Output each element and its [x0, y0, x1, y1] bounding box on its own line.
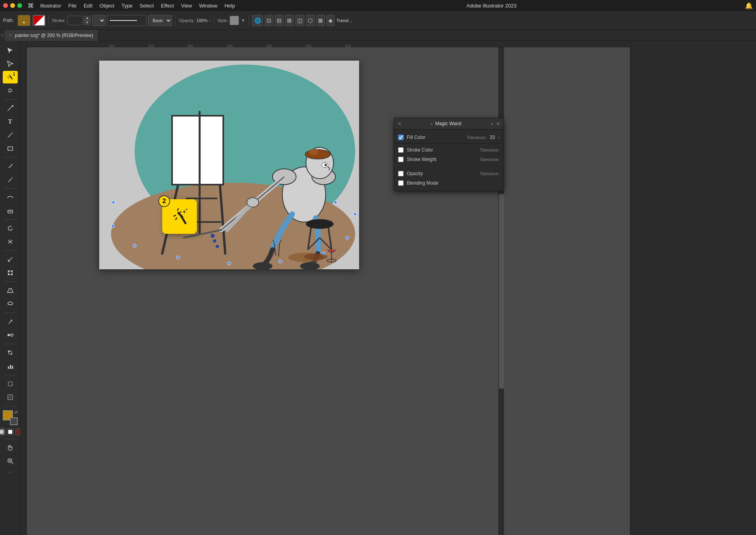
svg-rect-7	[8, 270, 9, 272]
menu-edit[interactable]: Edit	[80, 2, 95, 9]
close-button[interactable]	[3, 3, 8, 8]
menu-object[interactable]: Object	[96, 2, 118, 9]
panel-collapse-btn[interactable]: «	[491, 121, 493, 126]
arrange-btn3[interactable]: ⊞	[285, 15, 294, 26]
fill-color-row: Fill Color Tolerance: 20 ›	[394, 133, 504, 144]
graph-tool[interactable]	[3, 360, 18, 372]
pen-tool[interactable]	[3, 102, 18, 115]
stroke-weight-input[interactable]	[67, 16, 83, 25]
opacity-checkbox[interactable]	[398, 171, 404, 176]
eraser-tool[interactable]	[3, 204, 18, 217]
scale-tool[interactable]	[3, 253, 18, 266]
blending-mode-label: Blending Mode	[407, 180, 500, 186]
menu-select[interactable]: Select	[137, 2, 157, 9]
canvas-area: 200 250 300 350 400 450 500	[20, 41, 630, 535]
menu-type[interactable]: Type	[118, 2, 135, 9]
style-arrow[interactable]: ▼	[241, 18, 245, 23]
arrange-btn2[interactable]: ⊟	[275, 15, 284, 26]
menu-effect[interactable]: Effect	[158, 2, 177, 9]
tab-bar-collapse[interactable]: «	[0, 33, 5, 37]
svg-rect-28	[8, 430, 12, 434]
wand-tooltip-card: 2	[162, 199, 197, 234]
swap-colors-btn[interactable]: ⇌	[15, 410, 18, 414]
svg-point-14	[11, 334, 13, 336]
free-transform-tool[interactable]	[3, 267, 18, 279]
stroke-up-btn[interactable]: ▲	[84, 16, 91, 20]
perspective-tool[interactable]	[3, 284, 18, 297]
opacity-expand-btn[interactable]: ›	[209, 18, 211, 23]
minimize-button[interactable]	[10, 3, 15, 8]
arrange-btn5[interactable]: ⬡	[306, 15, 315, 26]
stroke-weight-checkbox[interactable]	[398, 157, 404, 162]
stroke-color-checkbox[interactable]	[398, 147, 404, 153]
tool-divider-9	[4, 375, 17, 375]
stroke-color-btn[interactable]	[33, 15, 45, 26]
pencil-tool[interactable]	[3, 173, 18, 186]
svg-point-46	[334, 201, 337, 204]
svg-point-48	[112, 201, 115, 204]
menu-window[interactable]: Window	[196, 2, 220, 9]
svg-point-80	[304, 254, 328, 260]
blending-mode-checkbox[interactable]	[398, 180, 404, 186]
menu-view[interactable]: View	[178, 2, 195, 9]
tab-close-btn[interactable]: ×	[9, 33, 12, 37]
stroke-dropdown[interactable]	[92, 15, 106, 26]
toolbar: Path ▼ Stroke: ▲ ▼ Basic Opacity: 100% ›…	[0, 11, 756, 30]
mirror-tool[interactable]	[3, 235, 18, 248]
rotate-tool[interactable]	[3, 222, 18, 235]
lasso-tool[interactable]	[3, 84, 18, 97]
arrange-btn4[interactable]: ◫	[295, 15, 304, 26]
menu-illustrator[interactable]: Illustrator	[37, 2, 64, 9]
panel-menu-btn[interactable]: ≡	[497, 120, 500, 127]
more-tools-btn[interactable]: ···	[3, 468, 18, 476]
opacity-label-panel: Opacity	[407, 171, 476, 176]
scrollbar-thumb[interactable]	[499, 194, 504, 389]
hand-tool[interactable]	[3, 441, 18, 454]
color-mode-solid[interactable]	[0, 428, 5, 435]
rectangle-tool[interactable]	[3, 142, 18, 155]
magic-wand-tool[interactable]: 1	[3, 71, 18, 83]
document-tab[interactable]: × painter.svg* @ 200 % (RGB/Preview)	[5, 30, 98, 41]
eyedropper-tool[interactable]	[3, 315, 18, 328]
fill-color-checkbox[interactable]	[398, 135, 404, 140]
opacity-value: 100%	[196, 18, 208, 23]
warp-tool[interactable]	[3, 298, 18, 310]
fill-color-swatch[interactable]: ▼	[18, 15, 30, 26]
panel-header: × ≡ Magic Wand « ≡	[394, 118, 504, 130]
menu-file[interactable]: File	[65, 2, 80, 9]
menu-help[interactable]: Help	[221, 2, 238, 9]
maximize-button[interactable]	[17, 3, 22, 8]
arrange-btn1[interactable]: ⊡	[265, 15, 273, 26]
selection-tool[interactable]	[3, 44, 18, 57]
opacity-tol-label: Tolerance:	[480, 171, 500, 176]
style-swatch[interactable]	[230, 16, 239, 25]
color-mode-gradient[interactable]	[7, 428, 14, 435]
type-tool[interactable]: T	[3, 115, 18, 128]
fill-tolerance-value: 20	[490, 135, 495, 140]
smooth-tool[interactable]	[3, 191, 18, 204]
panel-close-btn[interactable]: ×	[398, 120, 401, 127]
globe-btn[interactable]: 🌐	[252, 15, 263, 26]
line-segment-tool[interactable]	[3, 129, 18, 141]
symbol-tool[interactable]	[3, 346, 18, 359]
paintbrush-tool[interactable]	[3, 160, 18, 172]
zoom-tool[interactable]	[3, 455, 18, 467]
tool-divider-3	[4, 188, 17, 189]
direct-selection-tool[interactable]	[3, 57, 18, 70]
notification-icon[interactable]: 🔔	[745, 2, 753, 9]
background-color[interactable]	[10, 417, 18, 425]
main-content: 1 T	[0, 41, 756, 535]
stroke-down-btn[interactable]: ▼	[84, 20, 91, 25]
fill-tolerance-expand-btn[interactable]: ›	[498, 135, 500, 140]
panel-title: Magic Wand	[435, 121, 461, 126]
profile-dropdown[interactable]: Basic	[148, 15, 172, 26]
panel-grip-icon: ≡	[431, 122, 433, 126]
arrange-btn6[interactable]: ⊠	[316, 15, 325, 26]
arrange-btn7[interactable]: ◈	[326, 15, 335, 26]
horizontal-ruler: 200 250 300 350 400 450 500	[20, 41, 630, 47]
color-mode-row	[0, 428, 22, 435]
slice-tool[interactable]	[3, 391, 18, 404]
artboard-tool[interactable]	[3, 378, 18, 390]
tab-bar: « × painter.svg* @ 200 % (RGB/Preview)	[0, 30, 756, 41]
blend-tool[interactable]	[3, 329, 18, 341]
